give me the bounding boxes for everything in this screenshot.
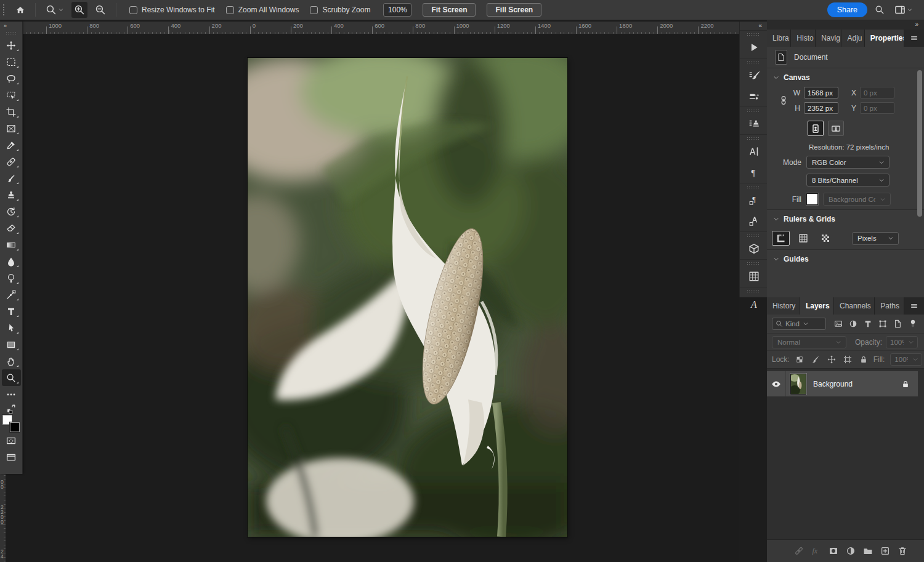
toggle-grid-button[interactable]	[794, 231, 812, 246]
panel-button-brushes[interactable]	[740, 86, 768, 106]
panel-button-pattern-preview[interactable]	[740, 266, 768, 287]
fill-color-swatch[interactable]	[806, 193, 818, 205]
zoom-tool[interactable]	[2, 369, 21, 386]
panel-button-brush-settings[interactable]	[740, 65, 768, 86]
checkbox-box[interactable]	[129, 6, 137, 14]
zoom-level-input[interactable]: 100%	[383, 3, 411, 17]
rectangle-tool[interactable]	[2, 336, 21, 353]
checkbox-box[interactable]	[310, 6, 318, 14]
panel-group-grip[interactable]	[747, 60, 760, 63]
tab-navig[interactable]: Navig	[816, 30, 841, 47]
image-filter-icon[interactable]	[834, 319, 843, 328]
panel-group-grip[interactable]	[747, 262, 760, 265]
tab-channels[interactable]: Channels	[834, 297, 875, 315]
smart-object-filter-icon[interactable]	[893, 319, 902, 328]
zoom-in-button[interactable]	[71, 2, 87, 18]
tab-histo[interactable]: Histo	[791, 30, 816, 47]
dock-collapse-button[interactable]: »	[767, 20, 924, 30]
panel-menu-button[interactable]	[904, 297, 924, 315]
hand-tool[interactable]	[2, 353, 21, 369]
panel-button-character[interactable]	[740, 141, 768, 162]
tab-paths[interactable]: Paths	[875, 297, 904, 315]
delete-layer-button[interactable]	[898, 546, 907, 556]
layer-thumbnail[interactable]	[790, 374, 806, 395]
rulers-grids-section-header[interactable]: Rulers & Grids	[767, 210, 924, 228]
swap-colors-icon[interactable]	[6, 404, 16, 414]
tab-history[interactable]: History	[767, 297, 800, 315]
healing-brush-tool[interactable]	[2, 153, 21, 170]
lock-position-icon[interactable]	[827, 355, 836, 364]
panel-button-paragraph-styles[interactable]: ¶	[740, 190, 768, 211]
panel-group-grip[interactable]	[747, 109, 760, 112]
panel-group-grip[interactable]	[747, 234, 760, 237]
guides-section-header[interactable]: Guides	[767, 250, 924, 268]
link-dimensions-icon[interactable]	[776, 87, 792, 114]
blur-tool[interactable]	[2, 253, 21, 270]
options-bar-grip[interactable]	[2, 4, 6, 16]
toolbar-grip[interactable]	[6, 31, 17, 35]
tab-properties[interactable]: Properties	[865, 30, 904, 47]
clone-stamp-tool[interactable]	[2, 187, 21, 203]
panel-group-grip[interactable]	[747, 289, 760, 292]
lasso-tool[interactable]	[2, 70, 21, 87]
object-selection-tool[interactable]	[2, 87, 21, 103]
eyedropper-tool[interactable]	[2, 137, 21, 153]
canvas-width-input[interactable]: 1568 px	[804, 87, 838, 98]
new-layer-button[interactable]	[880, 546, 890, 556]
fit-screen-button[interactable]: Fit Screen	[423, 3, 476, 17]
orientation-portrait-button[interactable]	[808, 121, 824, 136]
kind-filter-select[interactable]: Kind	[772, 318, 826, 330]
gradient-tool[interactable]	[2, 236, 21, 253]
home-button[interactable]	[13, 2, 28, 17]
panel-group-grip[interactable]	[747, 185, 760, 188]
strip-collapse-button[interactable]: «	[740, 22, 767, 30]
crop-tool[interactable]	[2, 103, 21, 120]
tab-layers[interactable]: Layers	[800, 297, 834, 315]
link-layers-button[interactable]	[794, 546, 804, 556]
type-filter-icon[interactable]	[864, 319, 872, 328]
checkbox-scrubby-zoom[interactable]: Scrubby Zoom	[310, 6, 370, 14]
ruler-horizontal[interactable]: 1000800600400200020040060080010001200140…	[0, 22, 739, 34]
rectangular-marquee-tool[interactable]	[2, 54, 21, 70]
screen-mode-button[interactable]	[2, 449, 21, 465]
layer-name[interactable]: Background	[813, 380, 853, 388]
pen-tool[interactable]	[2, 286, 21, 303]
share-button[interactable]: Share	[827, 2, 867, 17]
eraser-tool[interactable]	[2, 220, 21, 236]
dodge-tool[interactable]	[2, 270, 21, 286]
adjustment-filter-icon[interactable]	[849, 319, 857, 328]
canvas-section-header[interactable]: Canvas	[767, 68, 924, 87]
layer-row-background[interactable]: Background	[767, 371, 918, 396]
panel-button-actions[interactable]	[740, 37, 768, 58]
tab-libra[interactable]: Libra	[767, 30, 791, 47]
toggle-rulers-button[interactable]	[772, 231, 790, 246]
path-selection-tool[interactable]	[2, 319, 21, 336]
scrollbar-thumb[interactable]	[917, 70, 922, 217]
quick-mask-button[interactable]	[2, 432, 21, 449]
panel-button-clone-source[interactable]	[740, 113, 768, 134]
panel-menu-button[interactable]	[904, 30, 924, 47]
orientation-landscape-button[interactable]	[828, 121, 844, 136]
panel-button-character-styles[interactable]	[740, 211, 768, 231]
ruler-unit-select[interactable]: Pixels	[852, 232, 899, 245]
filter-toggle-icon[interactable]	[908, 319, 918, 329]
brush-tool[interactable]	[2, 170, 21, 187]
history-brush-tool[interactable]	[2, 203, 21, 220]
layer-effects-button[interactable]: fx	[811, 546, 821, 556]
document-canvas[interactable]	[248, 58, 567, 537]
panel-group-grip[interactable]	[747, 137, 760, 140]
background-color-swatch[interactable]	[10, 422, 20, 432]
move-tool[interactable]	[2, 37, 21, 54]
fill-screen-button[interactable]: Fill Screen	[487, 3, 541, 17]
search-button[interactable]	[872, 2, 887, 17]
color-swatches[interactable]	[2, 415, 20, 432]
new-group-button[interactable]	[863, 546, 873, 556]
frame-tool[interactable]	[2, 120, 21, 137]
checkbox-zoom-all-windows[interactable]: Zoom All Windows	[226, 6, 299, 14]
adjustment-layer-button[interactable]	[846, 546, 856, 556]
type-tool[interactable]	[2, 303, 21, 319]
workspace-switcher[interactable]	[892, 2, 915, 18]
bit-depth-select[interactable]: 8 Bits/Channel	[806, 174, 890, 187]
layer-lock-icon[interactable]	[901, 380, 910, 388]
layer-mask-button[interactable]	[829, 546, 838, 556]
